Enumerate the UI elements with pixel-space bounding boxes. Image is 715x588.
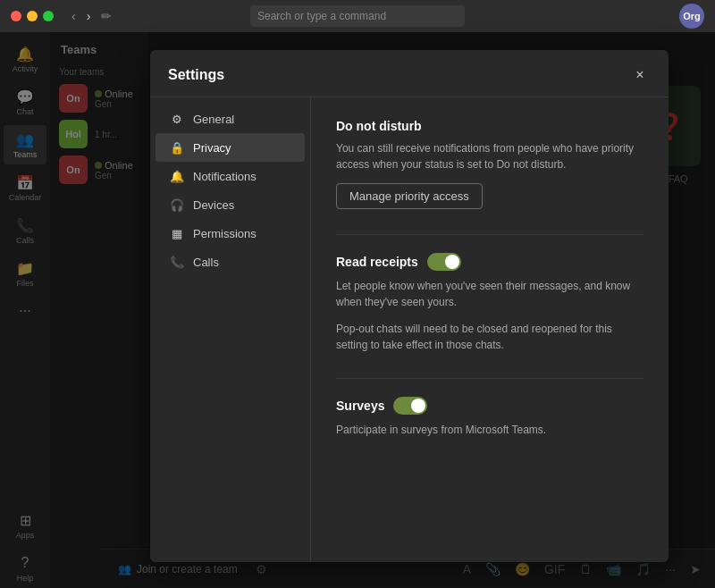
maximize-traffic-light[interactable] (43, 11, 54, 21)
nav-label-general: General (193, 113, 234, 126)
modal-close-button[interactable]: × (629, 64, 651, 86)
nav-item-privacy[interactable]: 🔒 Privacy (156, 133, 305, 162)
traffic-lights (11, 11, 54, 21)
nav-label-privacy: Privacy (193, 141, 231, 155)
nav-label-permissions: Permissions (193, 227, 257, 240)
nav-item-devices[interactable]: 🎧 Devices (156, 190, 305, 219)
compose-icon[interactable]: ✏ (101, 9, 112, 23)
read-receipts-section: Read receipts Let people know when you'v… (336, 253, 644, 353)
back-arrow[interactable]: ‹ (68, 7, 80, 25)
title-bar: ‹ › ✏ Search or type a command Org (0, 0, 715, 32)
surveys-label: Surveys (336, 399, 384, 413)
search-placeholder: Search or type a command (257, 10, 386, 22)
nav-item-general[interactable]: ⚙ General (156, 105, 305, 133)
nav-item-permissions[interactable]: ▦ Permissions (156, 219, 305, 248)
read-receipts-toggle[interactable] (427, 253, 461, 271)
settings-modal: Settings × ⚙ General 🔒 Privacy 🔔 Notific… (150, 50, 669, 562)
read-receipts-toggle-row: Read receipts (336, 253, 644, 271)
nav-item-calls[interactable]: 📞 Calls (156, 248, 305, 276)
read-receipts-label: Read receipts (336, 255, 418, 269)
privacy-icon: 🔒 (170, 140, 184, 155)
modal-body: ⚙ General 🔒 Privacy 🔔 Notifications 🎧 De… (150, 97, 669, 562)
search-bar[interactable]: Search or type a command (250, 5, 465, 27)
divider-2 (336, 378, 644, 379)
nav-label-notifications: Notifications (193, 170, 257, 183)
forward-arrow[interactable]: › (83, 7, 95, 25)
close-traffic-light[interactable] (11, 11, 21, 21)
modal-header: Settings × (150, 50, 669, 97)
surveys-toggle-row: Surveys (336, 397, 644, 415)
settings-content: Do not disturb You can still receive not… (311, 97, 669, 562)
surveys-section: Surveys Participate in surveys from Micr… (336, 397, 644, 438)
main-layout: 🔔 Activity 💬 Chat 👥 Teams 📅 Calendar 📞 C… (0, 32, 715, 588)
dnd-description: You can still receive notifications from… (336, 140, 644, 172)
modal-title: Settings (168, 67, 224, 83)
user-avatar[interactable]: Org (679, 4, 704, 29)
notifications-icon: 🔔 (170, 169, 184, 183)
nav-item-notifications[interactable]: 🔔 Notifications (156, 162, 305, 190)
read-receipts-desc1: Let people know when you've seen their m… (336, 278, 644, 310)
surveys-description: Participate in surveys from Microsoft Te… (336, 422, 644, 438)
calls-nav-icon: 📞 (170, 255, 184, 269)
divider-1 (336, 234, 644, 235)
surveys-toggle[interactable] (393, 397, 427, 415)
nav-arrows: ‹ › (68, 7, 94, 25)
minimize-traffic-light[interactable] (27, 11, 38, 21)
nav-label-devices: Devices (193, 198, 234, 212)
read-receipts-desc2: Pop-out chats will need to be closed and… (336, 321, 644, 353)
permissions-icon: ▦ (170, 226, 184, 240)
dnd-title: Do not disturb (336, 119, 644, 133)
devices-icon: 🎧 (170, 197, 184, 212)
manage-priority-button[interactable]: Manage priority access (336, 183, 483, 209)
general-icon: ⚙ (170, 112, 184, 126)
do-not-disturb-section: Do not disturb You can still receive not… (336, 119, 644, 209)
settings-nav: ⚙ General 🔒 Privacy 🔔 Notifications 🎧 De… (150, 97, 311, 562)
nav-label-calls: Calls (193, 256, 219, 269)
surveys-toggle-knob (411, 399, 425, 413)
read-receipts-toggle-knob (445, 255, 459, 269)
